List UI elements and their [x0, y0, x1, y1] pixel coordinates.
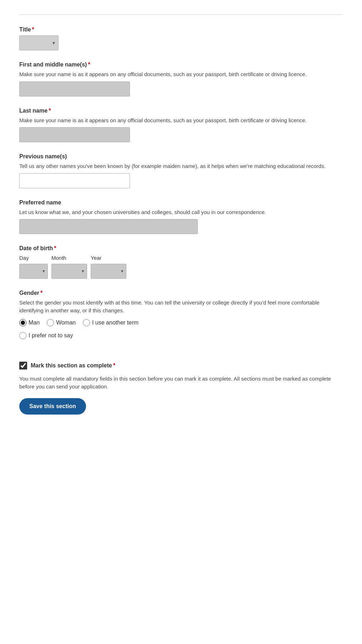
previous-names-label: Previous name(s) — [19, 152, 343, 161]
last-name-required-star: * — [49, 108, 51, 114]
dob-row: Day Month Year — [19, 254, 343, 279]
previous-names-field-group: Previous name(s) Tell us any other names… — [19, 152, 343, 188]
title-select-wrapper: Mr Mrs Miss Ms Dr Prof — [19, 35, 59, 50]
last-name-field-group: Last name* Make sure your name is as it … — [19, 106, 343, 143]
gender-man-radio[interactable] — [19, 319, 26, 326]
dob-year-label: Year — [91, 254, 126, 262]
gender-field-group: Gender* Select the gender you most ident… — [19, 289, 343, 340]
dob-month-label: Month — [51, 254, 87, 262]
first-middle-name-field-group: First and middle name(s)* Make sure your… — [19, 60, 343, 96]
preferred-name-hint: Let us know what we, and your chosen uni… — [19, 208, 343, 217]
complete-checkbox-row: Mark this section as complete* — [19, 361, 343, 370]
dob-required-star: * — [54, 245, 56, 251]
dob-day-select[interactable] — [19, 264, 48, 279]
dob-day-wrapper — [19, 264, 48, 279]
gender-woman-label[interactable]: Woman — [56, 318, 76, 327]
gender-another-term-item: I use another term — [83, 318, 139, 327]
date-of-birth-field-group: Date of birth* Day Month — [19, 244, 343, 279]
gender-prefer-not-radio[interactable] — [19, 332, 26, 339]
gender-required-star: * — [40, 290, 42, 296]
title-select[interactable]: Mr Mrs Miss Ms Dr Prof — [19, 35, 59, 50]
mark-complete-required-star: * — [113, 362, 115, 368]
dob-month-select[interactable] — [51, 264, 87, 279]
dob-day-label: Day — [19, 254, 48, 262]
title-label: Title* — [19, 25, 343, 34]
gender-radio-row-1: Man Woman I use another term — [19, 318, 343, 327]
last-name-input[interactable] — [19, 127, 130, 142]
gender-another-term-label[interactable]: I use another term — [92, 318, 139, 327]
mark-complete-checkbox[interactable] — [19, 362, 27, 370]
gender-prefer-not-item: I prefer not to say — [19, 331, 73, 340]
dob-day-field: Day — [19, 254, 48, 279]
dob-year-wrapper — [91, 264, 126, 279]
top-divider — [19, 14, 343, 15]
gender-label: Gender* — [19, 289, 343, 297]
dob-month-wrapper — [51, 264, 87, 279]
dob-year-select[interactable] — [91, 264, 126, 279]
first-middle-name-input[interactable] — [19, 81, 130, 96]
preferred-name-label: Preferred name — [19, 198, 343, 207]
gender-options: Man Woman I use another term I prefer no… — [19, 318, 343, 340]
preferred-name-input[interactable] — [19, 219, 198, 234]
mark-complete-label[interactable]: Mark this section as complete* — [31, 361, 115, 370]
gender-hint: Select the gender you most identify with… — [19, 299, 343, 315]
page-container: Title* Mr Mrs Miss Ms Dr Prof First and … — [0, 0, 362, 443]
last-name-hint: Make sure your name is as it appears on … — [19, 117, 343, 125]
gender-radio-row-2: I prefer not to say — [19, 331, 343, 340]
previous-names-input[interactable] — [19, 173, 130, 188]
title-field-group: Title* Mr Mrs Miss Ms Dr Prof — [19, 25, 343, 50]
gender-woman-item: Woman — [47, 318, 76, 327]
first-middle-name-hint: Make sure your name is as it appears on … — [19, 70, 343, 79]
gender-another-term-radio[interactable] — [83, 319, 90, 326]
first-middle-name-label: First and middle name(s)* — [19, 60, 343, 69]
previous-names-hint: Tell us any other names you've been know… — [19, 162, 343, 170]
dob-year-field: Year — [91, 254, 126, 279]
gender-prefer-not-label[interactable]: I prefer not to say — [29, 331, 73, 340]
preferred-name-field-group: Preferred name Let us know what we, and … — [19, 198, 343, 234]
dob-month-field: Month — [51, 254, 87, 279]
date-of-birth-label: Date of birth* — [19, 244, 343, 253]
complete-hint: You must complete all mandatory fields i… — [19, 375, 343, 391]
last-name-label: Last name* — [19, 106, 343, 115]
save-button[interactable]: Save this section — [19, 398, 86, 415]
section-complete-area: Mark this section as complete* You must … — [19, 361, 343, 415]
gender-man-label[interactable]: Man — [29, 318, 40, 327]
gender-woman-radio[interactable] — [47, 319, 54, 326]
gender-man-item: Man — [19, 318, 40, 327]
title-required-star: * — [32, 26, 34, 33]
first-middle-name-required-star: * — [88, 61, 90, 68]
